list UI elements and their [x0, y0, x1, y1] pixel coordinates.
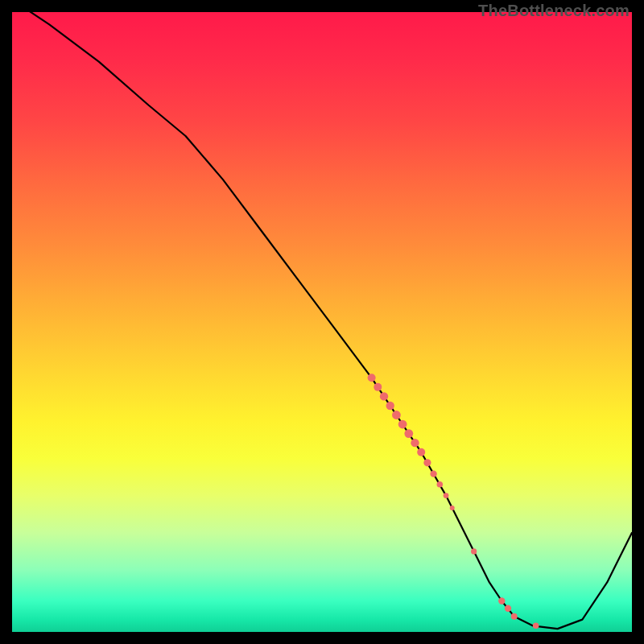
marker-dot — [430, 470, 436, 477]
marker-dot — [392, 411, 401, 419]
watermark-label: TheBottleneck.com — [478, 2, 630, 20]
marker-dot — [444, 493, 449, 498]
marker-dot — [368, 374, 376, 382]
chart-frame: TheBottleneck.com — [0, 0, 644, 644]
bottleneck-curve — [12, 0, 632, 629]
chart-svg — [12, 12, 632, 632]
marker-dot — [450, 506, 455, 510]
marker-dot — [417, 448, 425, 456]
marker-dot — [374, 383, 382, 391]
data-markers — [368, 374, 539, 629]
marker-dot — [398, 420, 407, 429]
marker-dot — [386, 402, 394, 410]
marker-dot — [511, 613, 518, 620]
marker-dot — [380, 392, 388, 400]
marker-dot — [471, 548, 477, 554]
marker-dot — [505, 605, 511, 612]
marker-dot — [498, 597, 505, 604]
marker-dot — [411, 439, 419, 447]
marker-dot — [404, 429, 413, 438]
marker-dot — [533, 623, 539, 630]
marker-dot — [437, 481, 444, 488]
marker-dot — [423, 459, 431, 466]
